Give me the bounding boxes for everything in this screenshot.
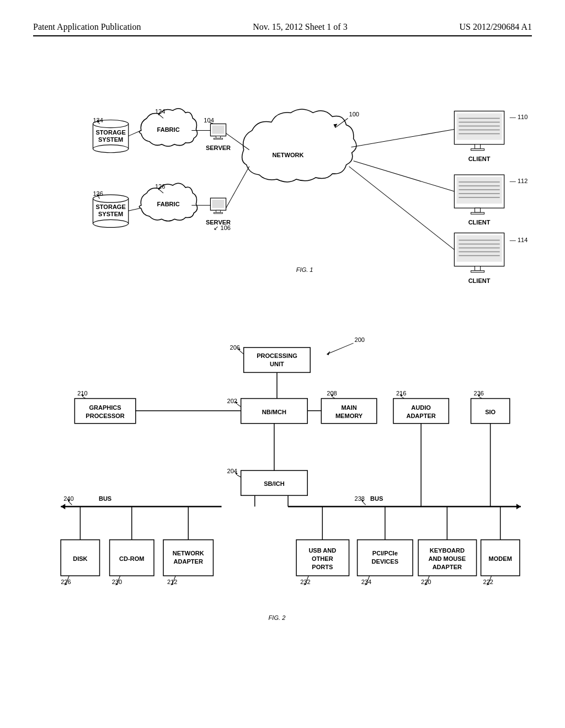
svg-text:FABRIC: FABRIC <box>157 201 180 207</box>
svg-text:CLIENT: CLIENT <box>468 219 491 226</box>
svg-point-29 <box>93 220 128 227</box>
bus-left-arrow <box>61 504 65 509</box>
svg-rect-57 <box>456 235 502 261</box>
processing-unit-label2: UNIT <box>270 361 284 367</box>
svg-text:124: 124 <box>155 108 165 115</box>
conn-storage2-fabric2 <box>129 208 141 211</box>
pci-label2: DEVICES <box>372 558 398 565</box>
server2-group: SERVER ↙ 106 <box>206 198 231 231</box>
netadapter-label2: ADAPTER <box>174 558 203 565</box>
svg-rect-46 <box>456 177 502 204</box>
audio-label: AUDIO <box>411 404 431 411</box>
svg-text:— 114: — 114 <box>510 237 528 243</box>
graphics-label2: PROCESSOR <box>86 413 125 419</box>
sbich-label: SB/ICH <box>264 480 284 487</box>
svg-rect-42 <box>471 149 484 151</box>
svg-rect-53 <box>471 212 484 214</box>
svg-rect-2 <box>212 126 224 134</box>
fig1-svg: NETWORK 100 SERVER 104 <box>33 58 532 302</box>
svg-rect-35 <box>456 113 502 140</box>
conn-server2-network <box>226 167 249 208</box>
client2-group: CLIENT — 112 <box>454 175 527 226</box>
conn-network-client3 <box>349 167 455 250</box>
fabric1-group: FABRIC 124 <box>139 108 197 146</box>
svg-text:126: 126 <box>155 183 165 190</box>
mainmem-box <box>321 399 376 424</box>
ref-202: 202 <box>227 398 237 404</box>
audio-label2: ADAPTER <box>406 413 435 419</box>
client1-group: CLIENT — 110 <box>454 111 527 162</box>
mainmem-label2: MEMORY <box>335 413 363 419</box>
sio-label: SIO <box>485 409 495 415</box>
netadapter-label: NETWORK <box>173 550 204 556</box>
svg-text:STORAGE: STORAGE <box>95 204 125 210</box>
bus-left-label: BUS <box>99 495 111 502</box>
svg-text:SERVER: SERVER <box>206 144 231 151</box>
svg-line-69 <box>240 351 244 354</box>
svg-rect-64 <box>471 271 484 272</box>
nbmch-label: NB/MCH <box>262 409 286 415</box>
fig1-label: FIG. 1 <box>296 266 313 273</box>
storage1-group: STORAGE SYSTEM 134 <box>93 117 128 153</box>
client3-group: CLIENT — 114 <box>454 233 527 283</box>
svg-rect-41 <box>475 144 481 149</box>
ref-200-label: 200 <box>355 336 365 343</box>
svg-line-67 <box>327 343 353 354</box>
svg-rect-11 <box>214 212 222 213</box>
usb-label3: PORTS <box>312 564 333 570</box>
processing-unit-box <box>244 347 311 372</box>
header-right: US 2012/290684 A1 <box>459 22 532 32</box>
keyboard-label3: ADAPTER <box>433 564 462 570</box>
fig1-diagram: NETWORK 100 SERVER 104 <box>33 58 532 304</box>
modem-label: MODEM <box>489 555 512 562</box>
storage2-group: STORAGE SYSTEM 136 <box>93 190 128 227</box>
ref-100: 100 <box>349 111 359 117</box>
cdrom-label: CD-ROM <box>119 555 144 562</box>
keyboard-label: KEYBOARD <box>430 547 465 554</box>
processing-unit-label: PROCESSING <box>257 352 297 359</box>
svg-rect-4 <box>214 138 222 140</box>
svg-rect-10 <box>216 210 220 212</box>
bus-right-label: BUS <box>370 495 383 502</box>
svg-point-22 <box>93 145 128 153</box>
fig2-svg: 200 PROCESSING UNIT 206 NB/MCH 202 MAIN … <box>33 326 532 636</box>
svg-line-75 <box>237 475 241 477</box>
fig2-label: FIG. 2 <box>269 614 286 621</box>
keyboard-label2: AND MOUSE <box>429 555 466 562</box>
graphics-box <box>74 399 135 424</box>
svg-rect-3 <box>216 136 220 138</box>
svg-text:SYSTEM: SYSTEM <box>98 211 123 217</box>
svg-text:CLIENT: CLIENT <box>468 277 491 284</box>
svg-text:FABRIC: FABRIC <box>157 126 180 133</box>
svg-rect-52 <box>475 208 481 212</box>
svg-line-77 <box>363 502 366 505</box>
svg-text:SYSTEM: SYSTEM <box>98 136 123 143</box>
svg-text:— 110: — 110 <box>510 114 528 120</box>
svg-text:CLIENT: CLIENT <box>468 156 491 162</box>
conn-network-client2 <box>354 161 455 191</box>
pci-label: PCI/PCIe <box>372 550 398 556</box>
bus-right-arrow <box>516 504 521 509</box>
network-cloud: NETWORK <box>242 109 356 182</box>
svg-rect-63 <box>475 266 481 271</box>
svg-text:104: 104 <box>204 117 214 124</box>
conn-storage1-fabric1 <box>129 131 141 136</box>
fig2-diagram: 200 PROCESSING UNIT 206 NB/MCH 202 MAIN … <box>33 326 532 639</box>
conn-network-client1 <box>351 130 455 147</box>
disk-label: DISK <box>73 555 87 562</box>
svg-text:STORAGE: STORAGE <box>95 129 125 136</box>
svg-text:— 112: — 112 <box>510 178 528 184</box>
graphics-label: GRAPHICS <box>89 404 121 411</box>
page-header: Patent Application Publication Nov. 15, … <box>33 22 532 36</box>
svg-line-76 <box>69 502 72 505</box>
fabric2-group: FABRIC 126 <box>139 183 197 221</box>
usb-label2: OTHER <box>312 555 333 562</box>
ref-206: 206 <box>230 344 240 351</box>
mainmem-label: MAIN <box>341 404 356 411</box>
svg-text:↙ 106: ↙ 106 <box>214 224 230 231</box>
usb-label: USB AND <box>308 547 336 554</box>
header-left: Patent Application Publication <box>33 22 141 32</box>
header-center: Nov. 15, 2012 Sheet 1 of 3 <box>253 22 347 32</box>
svg-rect-9 <box>212 200 224 208</box>
page: Patent Application Publication Nov. 15, … <box>0 0 565 728</box>
